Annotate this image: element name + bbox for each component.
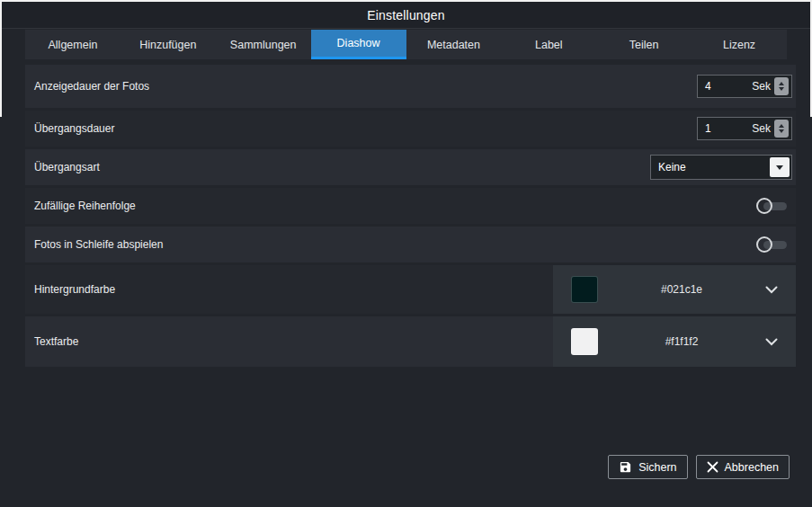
cancel-button[interactable]: Abbrechen [696,455,790,479]
loop-playback-label: Fotos in Schleife abspielen [34,238,163,251]
transition-duration-unit: Sek [752,122,771,135]
toggle-knob [756,198,772,214]
tab-diashow[interactable]: Diashow [311,30,406,59]
tab-bar: Allgemein Hinzufügen Sammlungen Diashow … [25,30,787,59]
tab-teilen[interactable]: Teilen [596,30,692,59]
dialog-titlebar: Einstellungen [2,2,810,29]
stepper-up-icon[interactable] [779,124,784,128]
row-random-order: Zufällige Reihenfolge [25,188,796,224]
tab-hinzufuegen[interactable]: Hinzufügen [120,30,216,59]
display-duration-label: Anzeigedauer der Fotos [34,80,149,93]
tab-lizenz[interactable]: Lizenz [692,30,787,59]
background-color-label: Hintergrundfarbe [34,283,115,296]
text-color-label: Textfarbe [34,335,78,348]
text-color-picker[interactable]: #f1f1f2 [553,316,796,367]
tab-sammlungen[interactable]: Sammlungen [216,30,311,59]
stepper-up-icon[interactable] [779,82,784,85]
cancel-button-label: Abbrechen [725,461,779,474]
text-color-hex: #f1f1f2 [598,335,765,348]
display-duration-stepper[interactable] [774,77,789,95]
background-color-picker[interactable]: #021c1e [553,265,796,314]
dialog-actions: Sichern Abbrechen [608,455,790,479]
display-duration-value[interactable]: 4 [705,80,752,93]
stepper-down-icon[interactable] [779,87,784,91]
row-transition-type: Übergangsart Keine [25,149,796,185]
caret-down-icon [776,165,783,170]
transition-duration-value[interactable]: 1 [705,122,752,135]
toggle-knob [756,236,772,253]
dialog-title: Einstellungen [367,8,445,22]
row-display-duration: Anzeigedauer der Fotos 4 Sek [25,65,796,108]
row-background-color: Hintergrundfarbe #021c1e [25,265,796,314]
random-order-toggle[interactable] [756,198,787,214]
background-color-swatch[interactable] [571,276,598,303]
select-dropdown-button[interactable] [770,157,790,177]
random-order-label: Zufällige Reihenfolge [34,200,136,212]
stepper-down-icon[interactable] [779,129,784,133]
transition-type-select[interactable]: Keine [650,155,792,180]
row-loop-playback: Fotos in Schleife abspielen [25,227,796,262]
text-color-swatch[interactable] [571,328,598,355]
tab-label[interactable]: Label [501,30,596,59]
x-icon [707,461,718,473]
row-text-color: Textfarbe #f1f1f2 [25,316,796,367]
save-button-label: Sichern [638,461,676,474]
chevron-down-icon[interactable] [765,286,778,294]
row-transition-duration: Übergangsdauer 1 Sek [25,111,796,147]
dialog-border-left [0,0,2,117]
save-button[interactable]: Sichern [608,455,687,479]
tab-metadaten[interactable]: Metadaten [406,30,502,59]
background-color-hex: #021c1e [598,283,765,296]
save-icon [619,460,632,474]
display-duration-unit: Sek [752,80,771,93]
transition-duration-input[interactable]: 1 Sek [697,117,792,140]
transition-duration-stepper[interactable] [774,120,789,138]
dialog-border-top [0,0,812,2]
display-duration-input[interactable]: 4 Sek [697,75,792,98]
loop-playback-toggle[interactable] [756,236,787,253]
tab-allgemein[interactable]: Allgemein [25,30,120,59]
transition-type-label: Übergangsart [34,161,100,173]
transition-duration-label: Übergangsdauer [34,122,114,135]
settings-list: Anzeigedauer der Fotos 4 Sek Übergangsda… [25,65,796,369]
chevron-down-icon[interactable] [765,338,778,346]
transition-type-value: Keine [658,161,770,173]
